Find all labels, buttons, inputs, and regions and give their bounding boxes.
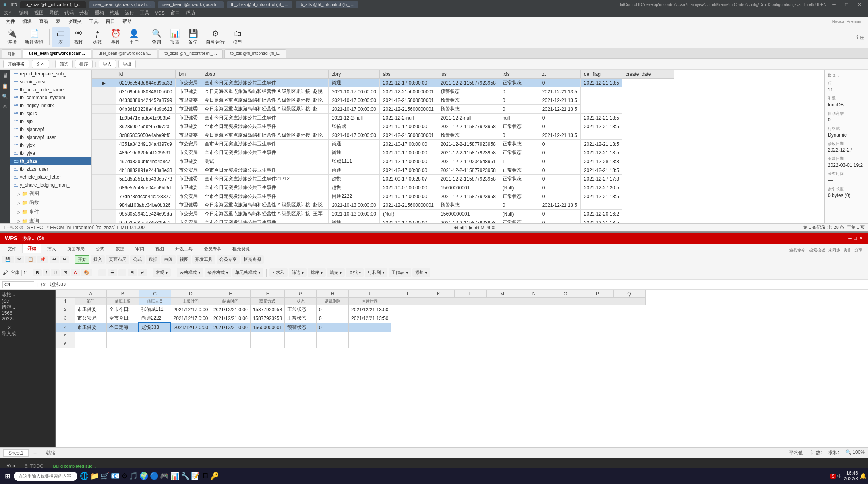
- cell-12-3[interactable]: 全市今日无突发涉旅公共卫生事件: [201, 183, 329, 192]
- cell-6-5[interactable]: 2021-12-215600000001: [379, 131, 437, 140]
- cell-3-1[interactable]: 04b3d183238e44b9b623: [116, 105, 176, 114]
- cond-format-btn[interactable]: 条件格式 ▾: [205, 268, 231, 277]
- col-header-H[interactable]: H: [317, 290, 349, 298]
- zoom-slider[interactable]: 🔍 100%: [845, 449, 865, 456]
- cell-11-3[interactable]: 全市今日无突发涉旅公共卫生事件21212: [201, 175, 329, 183]
- taskbar-store[interactable]: 🛒: [101, 472, 109, 480]
- tab4[interactable]: tb_ztls @hl_intcontrol (hi_l...: [296, 1, 358, 8]
- cell-9-2[interactable]: 市卫健委: [176, 157, 201, 166]
- excel-cell-1-4[interactable]: 2021/12/17 0:00: [171, 314, 211, 323]
- nav-grid-icon[interactable]: ⊞: [860, 34, 865, 40]
- font-size-input[interactable]: 11: [21, 270, 30, 276]
- menu-build[interactable]: 构建: [107, 9, 122, 17]
- obj-tab-4[interactable]: tb_zbzs @hl_intcontrol (hl_i...: [159, 49, 222, 58]
- table-row[interactable]: 686e52e48de04ebf9d9d市卫健委全市今日无突发涉旅公共卫生事件赵…: [92, 183, 674, 192]
- excel-cell-1-5[interactable]: 2021/12/21 0:00: [211, 314, 250, 323]
- cell-11-6[interactable]: 2021-12-2-115877923958: [437, 175, 499, 183]
- excel-cell-4-4[interactable]: [171, 340, 211, 348]
- cell-13-4[interactable]: 尚通2222: [329, 192, 379, 201]
- query-icon-side[interactable]: 🔍: [1, 92, 10, 101]
- cell-9-3[interactable]: 测试: [201, 157, 329, 166]
- menu-window[interactable]: 窗口: [168, 9, 182, 17]
- table-row[interactable]: 77db78cdccb44c228377市公安局全市今日无突发涉旅公共卫生事件尚…: [92, 192, 674, 201]
- cell-1-4[interactable]: 2021-10-17 00:00:00: [329, 87, 379, 96]
- excel-cell-4-1[interactable]: [75, 340, 106, 348]
- add-ex-btn[interactable]: 添加 ▾: [412, 268, 430, 277]
- cell-15-4[interactable]: 2021-10-13 00:00:00: [329, 210, 379, 218]
- cell-4-1[interactable]: 1a9b471efadc41a983b4: [116, 114, 176, 122]
- excel-cell-0-6[interactable]: 15877923958: [250, 305, 284, 314]
- cell-6-4[interactable]: 2021-10-17 00:00:00: [329, 131, 379, 140]
- sheet-tab-1[interactable]: Sheet1: [3, 449, 29, 457]
- col-header-G[interactable]: G: [285, 290, 317, 298]
- cell-13-5[interactable]: 2021-10-17 00:00:00: [379, 192, 437, 201]
- cell-7-3[interactable]: 全市今日无突发涉旅公共卫生事件: [201, 140, 329, 148]
- excel-cell-0-7[interactable]: 正常状态: [285, 305, 317, 314]
- taskbar-edge[interactable]: 🌐: [80, 472, 89, 480]
- cell-10-3[interactable]: 全市今日无突发涉旅公共卫生事件: [201, 166, 329, 175]
- excel-cell-3-9[interactable]: [349, 332, 391, 340]
- excel-cell-0-8[interactable]: 0: [317, 305, 349, 314]
- taskbar-app13[interactable]: 🖥: [201, 472, 209, 480]
- cell-10-2[interactable]: 市公安局: [176, 166, 201, 175]
- excel-cell-4-7[interactable]: [285, 340, 317, 348]
- cell-16-7[interactable]: 正常状态: [499, 218, 539, 224]
- cell-8-0[interactable]: [92, 148, 116, 157]
- collab-btn[interactable]: 协作: [843, 247, 851, 253]
- excel-cell-4-2[interactable]: [106, 340, 139, 348]
- cell-8-2[interactable]: 市公安局: [176, 148, 201, 157]
- cell-0-1[interactable]: 0219ee548d844ed9ba33: [116, 79, 176, 87]
- cell-8-3[interactable]: 全市今日无突发涉旅公共卫生事件: [201, 148, 329, 157]
- review-btn[interactable]: 审阅: [161, 255, 176, 264]
- nav-info-icon[interactable]: ℹ: [856, 34, 858, 40]
- menu-vcs[interactable]: VCS: [153, 10, 167, 17]
- cell-10-0[interactable]: [92, 166, 116, 175]
- excel-cell-1-7[interactable]: 正常状态: [285, 314, 317, 323]
- cell-9-8[interactable]: 0: [539, 157, 580, 166]
- nav-menu-table[interactable]: 表: [52, 17, 64, 26]
- cell-5-2[interactable]: 市卫健委: [176, 122, 201, 131]
- copy-btn[interactable]: 📋: [25, 256, 36, 263]
- wps-maximize[interactable]: □: [854, 235, 857, 241]
- cell-1-7[interactable]: 0: [499, 87, 539, 96]
- import-btn[interactable]: 导入: [99, 60, 116, 68]
- excel-cell-0-5[interactable]: 2021/12/21 0:00: [211, 305, 250, 314]
- grid-view-btn[interactable]: ⊞: [486, 225, 490, 230]
- cell-12-4[interactable]: 赵悦: [329, 183, 379, 192]
- cell-3-8[interactable]: 2021-12-21 13:5: [539, 105, 580, 114]
- excel-cell-3-5[interactable]: [211, 332, 250, 340]
- sidebar-item-yjxx[interactable]: 🗃 tb_yjxx: [10, 141, 91, 149]
- cell-13-1[interactable]: 77db78cdccb44c228377: [116, 192, 176, 201]
- db-icon[interactable]: 🗄: [1, 71, 10, 80]
- excel-cell-0-2[interactable]: 全市今日:: [106, 305, 139, 314]
- cell-7-9[interactable]: 2021-12-21 13:5: [580, 140, 622, 148]
- cell-8-8[interactable]: 0: [539, 148, 580, 157]
- table-row[interactable]: 4351a84249104a4397c9市公安局全市今日无突发涉旅公共卫生事件尚…: [92, 140, 674, 148]
- excel-cell-3-3[interactable]: [139, 332, 171, 340]
- cell-10-7[interactable]: 正常状态: [499, 166, 539, 175]
- italic-btn[interactable]: I: [43, 269, 50, 276]
- cell-3-6[interactable]: 预警状态: [437, 105, 499, 114]
- tool-function[interactable]: ƒ 函数: [89, 27, 106, 47]
- cell-6-8[interactable]: 2021-12-21 13:5: [539, 131, 580, 140]
- cell-13-3[interactable]: 全市今日无突发涉旅公共卫生事件: [201, 192, 329, 201]
- formula-input[interactable]: [48, 282, 866, 288]
- cell-0-3[interactable]: 全市今日无突发涉旅公共卫生事件: [201, 79, 329, 87]
- nav-menu-window[interactable]: 窗口: [102, 17, 118, 26]
- menu-tools[interactable]: 工具: [137, 9, 152, 17]
- cell-9-4[interactable]: 张威1111: [329, 157, 379, 166]
- cell-4-2[interactable]: 市卫健委: [176, 114, 201, 122]
- cell-10-4[interactable]: 尚通: [329, 166, 379, 175]
- cell-14-4[interactable]: 2021-10-13 00:00:00: [329, 201, 379, 210]
- border-btn[interactable]: ⊡: [61, 269, 70, 276]
- cell-11-9[interactable]: 2021-12-27 17:3: [580, 175, 622, 183]
- sidebar-item-sjsbrwpf[interactable]: 🗃 tb_sjsbrwpf: [10, 125, 91, 133]
- excel-cell-3-6[interactable]: [250, 332, 284, 340]
- cell-2-0[interactable]: [92, 96, 116, 105]
- excel-cell-4-9[interactable]: [349, 340, 391, 348]
- start-menu-btn[interactable]: ⊞: [2, 471, 13, 482]
- cell-12-2[interactable]: 市卫健委: [176, 183, 201, 192]
- col-header-L[interactable]: L: [454, 290, 486, 298]
- obj-tab-2[interactable]: user_bean @shwork (localh...: [23, 49, 91, 58]
- table-row[interactable]: 04b3d183238e44b9b623市卫健委今日定海区重点旅游岛屿和经营性 …: [92, 105, 674, 114]
